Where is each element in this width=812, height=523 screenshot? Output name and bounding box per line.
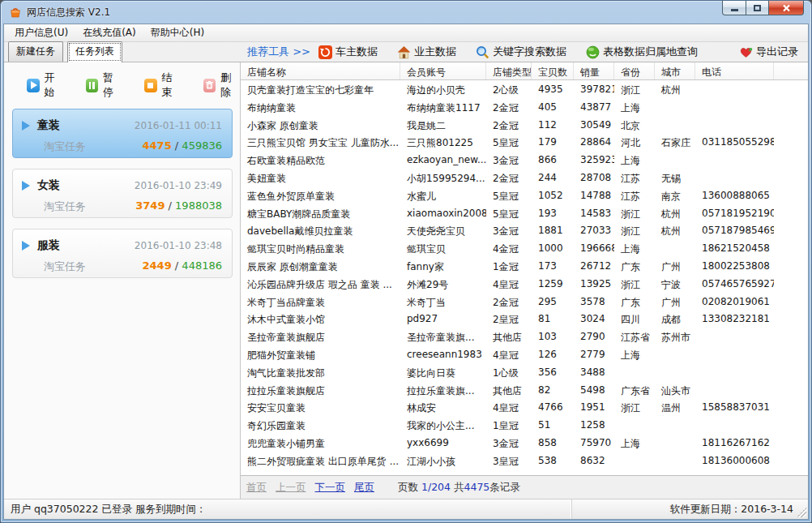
- toolbar-export-records[interactable]: 导出记录: [739, 45, 798, 59]
- table-row[interactable]: 兜兜童装小铺男童yxx66993金冠85875970上海18116267162: [241, 434, 808, 452]
- table-cell: 28708: [574, 169, 614, 186]
- table-cell: 3金冠: [486, 151, 532, 169]
- start-button[interactable]: 开始: [27, 71, 64, 100]
- table-row[interactable]: 沁乐园品牌升级店 瑕之品 童装 ...外滩29号4皇冠125913925浙江宁波…: [241, 275, 808, 293]
- title-bar[interactable]: 网店信息搜索 V2.1: [1, 1, 811, 24]
- prev-page-link[interactable]: 上一页: [276, 481, 306, 495]
- table-cell: 295: [532, 293, 574, 311]
- task-card[interactable]: 女装 2016-01-10 23:49 淘宝任务 3749 / 1988038: [12, 169, 233, 218]
- table-row[interactable]: 蓝色鱼外贸原单童装水蜜儿5皇冠105214788江苏南京13600888065: [241, 186, 808, 204]
- task-name: 服装: [37, 238, 60, 253]
- toolbar-car-data[interactable]: 车主数据: [318, 45, 378, 59]
- task-card[interactable]: 服装 2016-01-10 23:48 淘宝任务 2449 / 448186: [12, 229, 233, 278]
- table-row[interactable]: 贝壳童装打造宝宝的七彩童年海边的小贝壳2心级4935397821浙江杭州: [241, 80, 808, 98]
- table-cell: [695, 345, 774, 363]
- column-header[interactable]: 省份: [614, 62, 655, 79]
- table-cell: 2金冠: [486, 293, 532, 311]
- table-cell: 上海: [614, 98, 655, 116]
- table-cell: 汕头市: [655, 381, 695, 399]
- table-row[interactable]: 肥猫外贸童装铺creeseann19834皇冠1262779上海: [241, 345, 808, 363]
- table-cell: 13600888065: [695, 186, 774, 204]
- table-cell: 82: [532, 381, 574, 399]
- delete-button[interactable]: 删除: [203, 71, 241, 100]
- column-header[interactable]: 店铺名称: [241, 62, 400, 79]
- task-type: 淘宝任务: [44, 259, 86, 274]
- table-row[interactable]: 右欧童装精品欧范ezkaoyan_new...3金冠866325923上海: [241, 151, 808, 169]
- table-cell: 婆比向日葵: [400, 363, 486, 381]
- column-header[interactable]: 城市: [655, 62, 695, 79]
- column-header[interactable]: 销量: [574, 62, 614, 79]
- results-panel: 店铺名称会员账号店铺类型宝贝数销量省份城市电话 贝壳童装打造宝宝的七彩童年海边的…: [241, 62, 808, 499]
- table-row[interactable]: 圣拉帝童装旗舰店圣拉帝童装旗...其他店1032790江苏省苏州市: [241, 328, 808, 345]
- column-header[interactable]: 店铺类型: [486, 62, 532, 79]
- table-cell: 5皇冠: [486, 186, 532, 204]
- table-cell: creeseann1983: [400, 345, 486, 363]
- table-row[interactable]: 奇幻乐园童装我家的小公主...1皇冠511258: [241, 416, 808, 434]
- page-label: 页数: [398, 481, 418, 493]
- table-cell: 031185055298: [695, 133, 774, 151]
- close-button[interactable]: [769, 1, 804, 15]
- table-cell: 肥猫外贸童装铺: [241, 345, 400, 363]
- table-cell: 126: [532, 345, 574, 363]
- tab-new-task[interactable]: 新建任务: [8, 41, 63, 62]
- table-cell: 43877: [574, 98, 614, 116]
- table-row[interactable]: 拉拉乐童装旗舰店拉拉乐童装旗...其他店825498广东省汕头市: [241, 381, 808, 399]
- table-row[interactable]: 辰辰家 原创潮童童装fanny家1金冠17326712广东广州180022538…: [241, 257, 808, 275]
- column-header[interactable]: 会员账号: [400, 62, 486, 79]
- table-row[interactable]: 熊二外贸瑕疵童装 出口原单尾货 ...江湖小小孩3皇冠5388632181360…: [241, 452, 808, 469]
- menu-online-recharge[interactable]: 在线充值(A): [75, 24, 143, 42]
- first-page-link[interactable]: 首页: [246, 481, 267, 495]
- stop-button[interactable]: 结束: [144, 71, 182, 100]
- table-row[interactable]: 沐木中式童装小馆pd9272皇冠813024四川成都13308232181: [241, 310, 808, 328]
- table-row[interactable]: 懿琪宝贝时尚精品童装懿琪宝贝4金冠1000196668上海18621520458: [241, 239, 808, 257]
- table-cell: 057181952190: [695, 204, 774, 222]
- table-cell: [655, 151, 695, 169]
- table-cell: 天使尧尧宝贝: [400, 221, 486, 239]
- last-page-link[interactable]: 尾页: [354, 481, 374, 495]
- column-header[interactable]: 宝贝数: [532, 62, 574, 79]
- task-card-selected[interactable]: 童装 2016-01-11 00:11 淘宝任务 4475 / 459836: [12, 109, 233, 158]
- table-cell: 拉拉乐童装旗舰店: [241, 381, 400, 399]
- table-cell: [695, 169, 774, 186]
- menu-user-info[interactable]: 用户信息(U): [7, 24, 75, 42]
- resize-grip[interactable]: [797, 508, 806, 517]
- tab-task-list[interactable]: 任务列表: [67, 41, 122, 62]
- delete-label: 删除: [220, 71, 240, 100]
- toolbar-label: 业主数据: [414, 45, 456, 59]
- table-row[interactable]: 美妞童装小胡15995294...2金冠24428708江苏无锡: [241, 169, 808, 186]
- table-row[interactable]: 安安宝贝童装林成安4皇冠47661951浙江温州15858837031: [241, 398, 808, 416]
- table-row[interactable]: 小森家 原创童装我是姚二2金冠11230549北京: [241, 116, 808, 134]
- table-row[interactable]: davebella戴维贝拉童装天使尧尧宝贝3金冠188127033浙江杭州057…: [241, 221, 808, 239]
- table-cell: 温州: [655, 398, 695, 416]
- close-icon: [782, 4, 791, 12]
- table-cell: 2心级: [486, 80, 532, 98]
- table-cell: 51: [532, 416, 574, 434]
- table-cell: 2金冠: [486, 98, 532, 116]
- toolbar-owner-data[interactable]: 业主数据: [397, 45, 456, 59]
- minimize-button[interactable]: [722, 1, 746, 15]
- table-cell: 圣拉帝童装旗...: [400, 328, 486, 345]
- table-cell: 懿琪宝贝: [400, 239, 486, 257]
- table-cell: 4皇冠: [486, 345, 532, 363]
- next-page-link[interactable]: 下一页: [315, 481, 346, 495]
- pause-button[interactable]: 暂停: [86, 71, 123, 100]
- table-row[interactable]: 淘气比童装批发部婆比向日葵1心级3563488: [241, 363, 808, 381]
- maximize-button[interactable]: [746, 1, 769, 15]
- toolbar-label: 车主数据: [335, 45, 378, 59]
- table-cell: 18002253808: [695, 257, 774, 275]
- table-row[interactable]: 布纳纳童装布纳纳童装11172金冠40543877上海: [241, 98, 808, 116]
- table-cell: 江苏: [614, 169, 655, 186]
- recommended-tools-link[interactable]: 推荐工具 >>: [247, 45, 310, 59]
- table-row[interactable]: 米奇丁当品牌童装米奇丁当2金冠2953578广东广州02082019061: [241, 293, 808, 311]
- table-cell: 173: [532, 257, 574, 275]
- menu-help-center[interactable]: 帮助中心(H): [143, 24, 212, 42]
- table-cell: [614, 416, 655, 434]
- table-cell: 858: [532, 434, 574, 452]
- column-header[interactable]: 电话: [695, 62, 774, 79]
- table-row[interactable]: 糖宝BABY潮牌品质童装xiaomaoxin20085皇冠19314583浙江杭…: [241, 204, 808, 222]
- toolbar-keyword-search[interactable]: 关键字搜索数据: [476, 45, 566, 59]
- toolbar-location-lookup[interactable]: 表格数据归属地查询: [586, 45, 698, 59]
- table-cell: 上海: [614, 151, 655, 169]
- table-row[interactable]: 三只熊宝贝馆 男女宝宝 儿童防水...三只熊8012255皇冠17928864河…: [241, 133, 808, 151]
- keyword-search-icon: [476, 45, 489, 59]
